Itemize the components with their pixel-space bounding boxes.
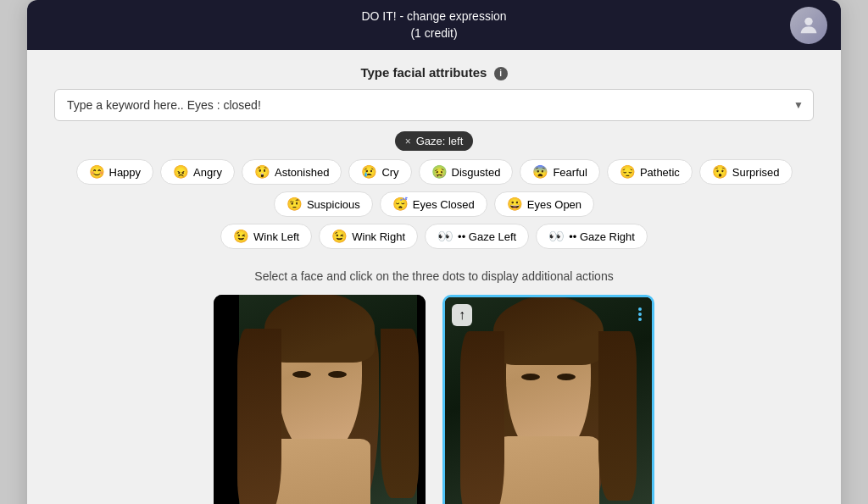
- cry-emoji: 😢: [361, 164, 377, 180]
- portrait-2: [445, 297, 652, 504]
- eyes-open-emoji: 😀: [507, 197, 523, 212]
- angry-emoji: 😠: [173, 164, 189, 180]
- top-bar-title: DO IT! - change expression (1 credit): [361, 8, 506, 42]
- tag-gaze-right[interactable]: 👀 •• Gaze Right: [536, 224, 648, 249]
- tag-cry[interactable]: 😢 Cry: [348, 159, 411, 185]
- cry-label: Cry: [381, 166, 398, 179]
- pathetic-label: Pathetic: [640, 166, 680, 179]
- suspicious-emoji: 🤨: [287, 197, 303, 212]
- astonished-label: Astonished: [275, 166, 329, 179]
- gaze-right-emoji: 👀: [548, 229, 565, 244]
- tag-disgusted[interactable]: 🤢 Disgusted: [419, 159, 514, 185]
- avatar[interactable]: [790, 7, 827, 44]
- tag-eyes-closed[interactable]: 😴 Eyes Closed: [380, 191, 487, 217]
- info-icon[interactable]: i: [494, 67, 508, 80]
- top-bar: DO IT! - change expression (1 credit): [27, 0, 841, 50]
- pathetic-emoji: 😔: [620, 164, 636, 180]
- wink-right-label: Wink Right: [352, 230, 405, 243]
- card-upload-button[interactable]: ↑: [452, 304, 472, 326]
- filter-label: Gaze: left: [416, 135, 464, 147]
- instruction-text: Select a face and click on the three dot…: [27, 269, 841, 283]
- image-card-2[interactable]: ↑: [442, 295, 654, 504]
- tag-angry[interactable]: 😠 Angry: [160, 159, 235, 185]
- happy-label: Happy: [109, 166, 142, 179]
- wink-left-label: Wink Left: [253, 230, 299, 243]
- surprised-emoji: 😯: [712, 164, 728, 180]
- card-dots-button[interactable]: [635, 304, 645, 324]
- fearful-emoji: 😨: [532, 164, 548, 180]
- eyes-closed-emoji: 😴: [392, 197, 409, 212]
- disgusted-emoji: 🤢: [431, 164, 448, 180]
- dot-1: [638, 307, 642, 311]
- surprised-label: Surprised: [732, 166, 780, 179]
- gaze-right-label: •• Gaze Right: [569, 230, 635, 243]
- expression-tags-row2: 😉 Wink Left 😉 Wink Right 👀 •• Gaze Left …: [54, 224, 814, 249]
- gaze-left-label: •• Gaze Left: [458, 230, 516, 243]
- tag-pathetic[interactable]: 😔 Pathetic: [607, 159, 693, 185]
- section-title: Type facial attributes i: [27, 65, 841, 80]
- portrait-1: [214, 295, 426, 504]
- images-row: ↑: [54, 295, 814, 504]
- dot-2: [638, 313, 642, 316]
- wink-left-emoji: 😉: [233, 229, 249, 244]
- tag-gaze-left[interactable]: 👀 •• Gaze Left: [425, 224, 529, 249]
- active-filter-chip: × Gaze: left: [395, 131, 474, 151]
- filter-remove-button[interactable]: ×: [405, 136, 411, 147]
- tag-fearful[interactable]: 😨 Fearful: [520, 159, 599, 185]
- fearful-label: Fearful: [553, 166, 587, 179]
- tag-suspicious[interactable]: 🤨 Suspicious: [274, 191, 373, 217]
- tag-wink-left[interactable]: 😉 Wink Left: [220, 224, 312, 249]
- eyes-open-label: Eyes Open: [527, 198, 581, 211]
- suspicious-label: Suspicious: [307, 198, 360, 211]
- active-filter-row: × Gaze: left: [27, 131, 841, 151]
- main-window: DO IT! - change expression (1 credit) Ty…: [27, 0, 841, 504]
- happy-emoji: 😊: [89, 164, 105, 180]
- keyword-input[interactable]: [54, 89, 814, 121]
- astonished-emoji: 😲: [254, 164, 270, 180]
- tag-surprised[interactable]: 😯 Surprised: [699, 159, 793, 185]
- dot-3: [638, 318, 642, 321]
- wink-right-emoji: 😉: [331, 229, 348, 244]
- expression-tags-row1: 😊 Happy 😠 Angry 😲 Astonished 😢 Cry 🤢 Dis…: [54, 159, 814, 217]
- gaze-left-emoji: 👀: [437, 229, 453, 244]
- tag-eyes-open[interactable]: 😀 Eyes Open: [494, 191, 594, 217]
- disgusted-label: Disgusted: [452, 166, 501, 179]
- eyes-closed-label: Eyes Closed: [413, 198, 475, 211]
- tag-astonished[interactable]: 😲 Astonished: [242, 159, 342, 185]
- angry-label: Angry: [193, 166, 222, 179]
- keyword-row: ▼: [54, 89, 814, 121]
- tag-happy[interactable]: 😊 Happy: [76, 159, 154, 185]
- tag-wink-right[interactable]: 😉 Wink Right: [319, 224, 418, 249]
- image-card-1[interactable]: [214, 295, 426, 504]
- svg-point-0: [804, 17, 812, 25]
